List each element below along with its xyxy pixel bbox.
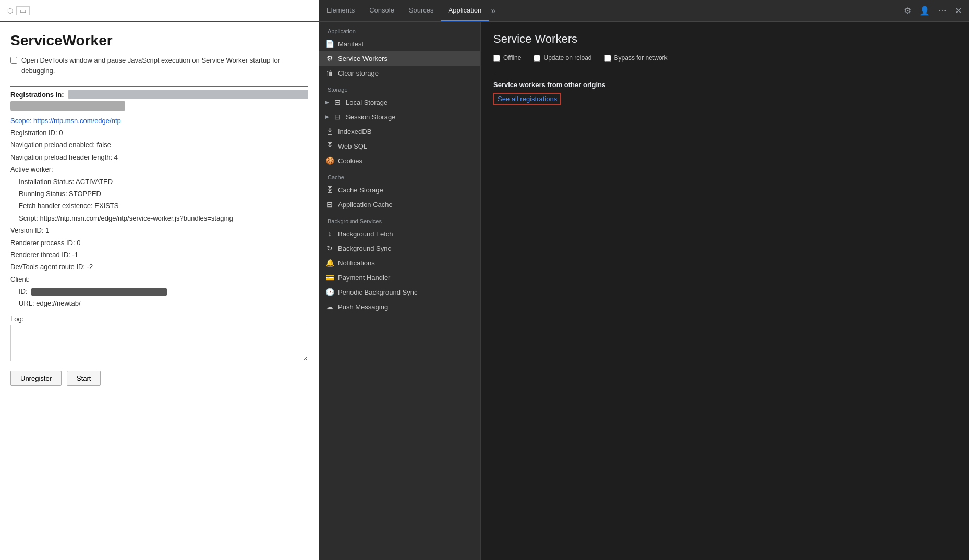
client-id-bar bbox=[31, 288, 167, 296]
sidebar-item-clear-storage[interactable]: 🗑 Clear storage bbox=[319, 66, 480, 80]
sidebar-item-bg-fetch[interactable]: ↕ Background Fetch bbox=[319, 226, 480, 241]
cursor-icon[interactable]: ⬡ bbox=[4, 7, 16, 15]
rp-divider bbox=[493, 72, 956, 72]
notifications-icon: 🔔 bbox=[325, 259, 334, 267]
sidebar-item-payment-handler[interactable]: 💳 Payment Handler bbox=[319, 270, 480, 285]
app-cache-label: Application Cache bbox=[338, 201, 393, 209]
indexeddb-icon: 🗄 bbox=[325, 127, 334, 136]
local-storage-label: Local Storage bbox=[346, 99, 387, 106]
push-messaging-label: Push Messaging bbox=[338, 303, 388, 311]
cache-section-title: Cache bbox=[319, 168, 480, 182]
offline-checkbox-row: Offline bbox=[493, 54, 521, 62]
cookies-icon: 🍪 bbox=[325, 156, 334, 165]
debug-checkbox-row: Open DevTools window and pause JavaScrip… bbox=[10, 55, 308, 76]
app-cache-icon: ⊟ bbox=[325, 200, 334, 209]
update-on-reload-checkbox[interactable] bbox=[534, 55, 540, 62]
notifications-label: Notifications bbox=[338, 259, 375, 267]
sidebar-item-app-cache[interactable]: ⊟ Application Cache bbox=[319, 197, 480, 212]
browser-panel: ⬡ ▭ bbox=[0, 0, 319, 21]
sidebar-item-web-sql[interactable]: 🗄 Web SQL bbox=[319, 139, 480, 153]
service-workers-label: Service Workers bbox=[338, 55, 387, 63]
scope-link[interactable]: Scope: https://ntp.msn.com/edge/ntp bbox=[10, 117, 308, 125]
sidebar-item-cookies[interactable]: 🍪 Cookies bbox=[319, 153, 480, 168]
bypass-for-network-checkbox[interactable] bbox=[604, 55, 611, 62]
panel-icons: ⚙ 👤 ⋯ ✕ bbox=[897, 4, 969, 18]
sidebar-item-notifications[interactable]: 🔔 Notifications bbox=[319, 255, 480, 270]
application-section-title: Application bbox=[319, 22, 480, 36]
session-storage-label: Session Storage bbox=[346, 113, 395, 121]
unregister-button[interactable]: Unregister bbox=[10, 371, 62, 386]
registrations-label: Registrations in: bbox=[10, 91, 64, 99]
rp-title: Service Workers bbox=[493, 32, 956, 46]
bg-sync-label: Background Sync bbox=[338, 245, 391, 252]
bg-fetch-icon: ↕ bbox=[325, 229, 334, 238]
sw-info-block: Scope: https://ntp.msn.com/edge/ntp Regi… bbox=[10, 117, 308, 310]
bypass-for-network-label: Bypass for network bbox=[614, 54, 668, 62]
see-all-registrations-link[interactable]: See all registrations bbox=[493, 93, 561, 105]
settings-icon[interactable]: ⚙ bbox=[902, 4, 913, 18]
sidebar-item-manifest[interactable]: 📄 Manifest bbox=[319, 36, 480, 51]
device-icon[interactable]: ▭ bbox=[16, 6, 30, 15]
registrations-input-bar bbox=[68, 90, 308, 99]
sidebar-item-indexeddb[interactable]: 🗄 IndexedDB bbox=[319, 124, 480, 139]
sw-options-row: Offline Update on reload Bypass for netw… bbox=[493, 54, 956, 62]
start-button[interactable]: Start bbox=[67, 371, 101, 386]
clear-storage-icon: 🗑 bbox=[325, 69, 334, 77]
sw-action-buttons: Unregister Start bbox=[10, 371, 308, 386]
service-worker-panel: ServiceWorker Open DevTools window and p… bbox=[0, 22, 319, 560]
devtools-sidebar: Application 📄 Manifest ⚙ Service Workers… bbox=[319, 22, 481, 560]
bg-fetch-label: Background Fetch bbox=[338, 230, 393, 238]
sidebar-item-service-workers[interactable]: ⚙ Service Workers bbox=[319, 51, 480, 66]
manifest-label: Manifest bbox=[338, 40, 364, 48]
more-tabs-button[interactable]: » bbox=[489, 4, 498, 18]
bypass-for-network-row: Bypass for network bbox=[604, 54, 668, 62]
cache-storage-label: Cache Storage bbox=[338, 186, 383, 194]
local-storage-icon: ⊟ bbox=[333, 98, 342, 106]
local-storage-arrow: ▶ bbox=[325, 100, 329, 105]
cache-storage-icon: 🗄 bbox=[325, 186, 334, 194]
sidebar-item-session-storage[interactable]: ▶ ⊟ Session Storage bbox=[319, 109, 480, 124]
service-workers-detail-panel: Service Workers Offline Update on reload… bbox=[481, 22, 969, 560]
offline-label: Offline bbox=[503, 54, 521, 62]
sidebar-item-push-messaging[interactable]: ☁ Push Messaging bbox=[319, 299, 480, 314]
bg-services-section-title: Background Services bbox=[319, 212, 480, 226]
session-storage-arrow: ▶ bbox=[325, 114, 329, 119]
cookies-label: Cookies bbox=[338, 157, 362, 165]
sidebar-item-cache-storage[interactable]: 🗄 Cache Storage bbox=[319, 182, 480, 197]
registrations-sub-bar bbox=[10, 101, 125, 111]
other-origins-title: Service workers from other origins bbox=[493, 81, 956, 89]
debug-checkbox[interactable] bbox=[10, 57, 17, 64]
web-sql-icon: 🗄 bbox=[325, 142, 334, 150]
user-icon[interactable]: 👤 bbox=[917, 4, 932, 18]
manifest-icon: 📄 bbox=[325, 40, 334, 48]
tab-application[interactable]: Application bbox=[441, 0, 489, 21]
top-bar: ⬡ ▭ Elements Console Sources Application… bbox=[0, 0, 969, 22]
page-title: ServiceWorker bbox=[10, 32, 308, 49]
push-messaging-icon: ☁ bbox=[325, 302, 334, 311]
close-icon[interactable]: ✕ bbox=[953, 4, 964, 18]
update-on-reload-row: Update on reload bbox=[534, 54, 591, 62]
main-content: ServiceWorker Open DevTools window and p… bbox=[0, 22, 969, 560]
payment-handler-icon: 💳 bbox=[325, 273, 334, 282]
more-options-icon[interactable]: ⋯ bbox=[936, 4, 949, 18]
log-textarea[interactable] bbox=[10, 325, 308, 361]
service-workers-icon: ⚙ bbox=[325, 54, 334, 63]
update-on-reload-label: Update on reload bbox=[543, 54, 591, 62]
sidebar-item-local-storage[interactable]: ▶ ⊟ Local Storage bbox=[319, 95, 480, 109]
clear-storage-label: Clear storage bbox=[338, 69, 379, 77]
tab-sources[interactable]: Sources bbox=[402, 0, 441, 21]
devtools-tabs: Elements Console Sources Application » bbox=[319, 0, 897, 21]
periodic-bg-sync-label: Periodic Background Sync bbox=[338, 288, 417, 296]
registrations-row: Registrations in: bbox=[10, 86, 308, 99]
tab-console[interactable]: Console bbox=[362, 0, 402, 21]
web-sql-label: Web SQL bbox=[338, 142, 367, 150]
sidebar-item-bg-sync[interactable]: ↻ Background Sync bbox=[319, 241, 480, 255]
storage-section-title: Storage bbox=[319, 80, 480, 95]
indexeddb-label: IndexedDB bbox=[338, 128, 371, 136]
sidebar-item-periodic-bg-sync[interactable]: 🕐 Periodic Background Sync bbox=[319, 285, 480, 299]
tab-elements[interactable]: Elements bbox=[319, 0, 362, 21]
payment-handler-label: Payment Handler bbox=[338, 274, 390, 282]
debug-label: Open DevTools window and pause JavaScrip… bbox=[21, 55, 308, 76]
log-label: Log: bbox=[10, 315, 308, 323]
offline-checkbox[interactable] bbox=[493, 55, 500, 62]
